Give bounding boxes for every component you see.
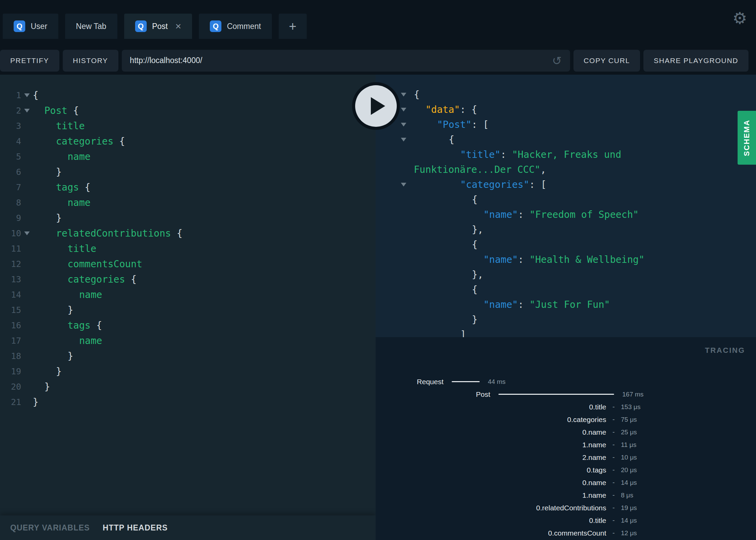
line-number: 12 (0, 259, 21, 269)
http-headers-tab[interactable]: HTTP HEADERS (103, 523, 168, 532)
settings-gear-icon[interactable]: ⚙ (732, 10, 747, 27)
prettify-button[interactable]: PRETTIFY (0, 50, 59, 72)
query-badge-icon: Q (14, 20, 25, 32)
history-button[interactable]: HISTORY (63, 50, 118, 72)
code-text: }, (414, 269, 483, 280)
code-line: 15} (0, 302, 376, 318)
trace-time: 14 μs (621, 479, 637, 486)
code-text: "data": { (414, 104, 477, 115)
code-text: Funktionäre...Der CCC", (414, 164, 546, 175)
trace-rows: Request44 msPost167 ms0.title-153 μs0.ca… (376, 375, 756, 540)
trace-label: 0.commentsCount (376, 529, 606, 537)
trace-row: Post167 ms (376, 388, 756, 401)
execute-button[interactable] (355, 85, 397, 127)
trace-time: 10 μs (621, 454, 637, 461)
copy-curl-button[interactable]: COPY CURL (573, 50, 640, 72)
fold-arrow-icon[interactable] (401, 123, 406, 126)
query-editor-pane[interactable]: 1{2Post {3title4categories {5name6}7tags… (0, 75, 376, 540)
code-line: "name": "Freedom of Speech" (376, 207, 756, 222)
trace-dash: - (606, 466, 621, 474)
trace-dash: - (606, 516, 621, 524)
code-line: 17name (0, 333, 376, 348)
tab-bar: QUserNew TabQPost×QComment + ⚙ (0, 0, 756, 46)
line-number: 1 (0, 90, 21, 100)
code-text: tags { (33, 182, 90, 193)
tab-comment[interactable]: QComment (199, 14, 272, 39)
line-number: 9 (0, 213, 21, 223)
code-text: name (33, 151, 90, 162)
trace-time: 25 μs (621, 429, 637, 436)
tab-user[interactable]: QUser (3, 14, 58, 39)
trace-row: 1.name-8 μs (376, 489, 756, 501)
line-number: 2 (0, 106, 21, 116)
code-text: { (414, 134, 454, 145)
code-line: "Post": [ (376, 117, 756, 132)
fold-arrow-icon[interactable] (401, 108, 406, 111)
line-number: 13 (0, 274, 21, 284)
code-text: } (33, 366, 62, 377)
tab-label: Comment (227, 22, 261, 31)
fold-arrow-icon[interactable] (401, 93, 406, 96)
query-badge-icon: Q (135, 20, 147, 32)
code-text: } (33, 212, 62, 224)
trace-label: 0.title (376, 516, 606, 525)
query-code: 1{2Post {3title4categories {5name6}7tags… (0, 75, 376, 515)
new-tab-button[interactable]: + (279, 14, 307, 39)
share-playground-button[interactable]: SHARE PLAYGROUND (643, 50, 748, 72)
trace-row: Request44 ms (376, 375, 756, 388)
code-text: { (414, 284, 478, 295)
fold-arrow-icon[interactable] (24, 109, 30, 112)
trace-time: 153 μs (621, 403, 640, 411)
fold-gutter (21, 93, 33, 97)
trace-time: 20 μs (621, 466, 637, 474)
fold-gutter (397, 123, 414, 126)
code-text: name (33, 335, 102, 346)
response-code: {"data": {"Post": [{"title": "Hacker, Fr… (376, 87, 756, 337)
line-number: 10 (0, 228, 21, 238)
trace-dash: - (606, 403, 621, 411)
reload-icon[interactable]: ↺ (552, 55, 562, 66)
trace-label: 0.name (376, 479, 606, 487)
code-line: 6} (0, 164, 376, 180)
main-area: 1{2Post {3title4categories {5name6}7tags… (0, 75, 756, 540)
code-line: "data": { (376, 102, 756, 117)
code-line: 10relatedContributions { (0, 226, 376, 241)
fold-arrow-icon[interactable] (24, 231, 30, 235)
code-line: 14name (0, 287, 376, 302)
trace-dash: - (606, 453, 621, 461)
trace-time: 44 ms (488, 378, 506, 386)
fold-gutter (21, 109, 33, 112)
endpoint-url-input[interactable]: http://localhost:4000/ ↺ (122, 50, 570, 72)
fold-arrow-icon[interactable] (24, 93, 30, 97)
fold-arrow-icon[interactable] (401, 183, 406, 186)
code-line: 1{ (0, 88, 376, 103)
line-number: 14 (0, 290, 21, 300)
code-line: 16tags { (0, 318, 376, 333)
line-number: 8 (0, 198, 21, 208)
code-line: { (376, 192, 756, 207)
fold-arrow-icon[interactable] (401, 138, 406, 141)
schema-tab[interactable]: SCHEMA (738, 111, 756, 165)
code-text: "title": "Hacker, Freaks und (414, 149, 621, 160)
trace-time: 14 μs (621, 517, 637, 524)
tab-post[interactable]: QPost× (124, 14, 192, 39)
line-number: 17 (0, 336, 21, 346)
code-line: "categories": [ (376, 177, 756, 192)
code-text: commentsCount (33, 258, 142, 270)
code-line: { (376, 237, 756, 252)
tab-label: User (31, 22, 47, 31)
trace-dash: - (606, 479, 621, 486)
tracing-title: TRACING (705, 346, 745, 355)
fold-gutter (397, 138, 414, 141)
code-line: 3title (0, 118, 376, 134)
tracing-panel: TRACING Request44 msPost167 ms0.title-15… (376, 337, 756, 540)
trace-label: 0.categories (376, 416, 606, 424)
query-variables-tab[interactable]: QUERY VARIABLES (10, 523, 90, 532)
endpoint-url-value: http://localhost:4000/ (130, 56, 202, 65)
tab-new-tab[interactable]: New Tab (65, 14, 117, 39)
code-line: 7tags { (0, 180, 376, 195)
code-text: } (33, 350, 73, 362)
code-text: ] (414, 329, 466, 338)
close-tab-icon[interactable]: × (175, 21, 181, 31)
trace-time: 12 μs (621, 529, 637, 537)
